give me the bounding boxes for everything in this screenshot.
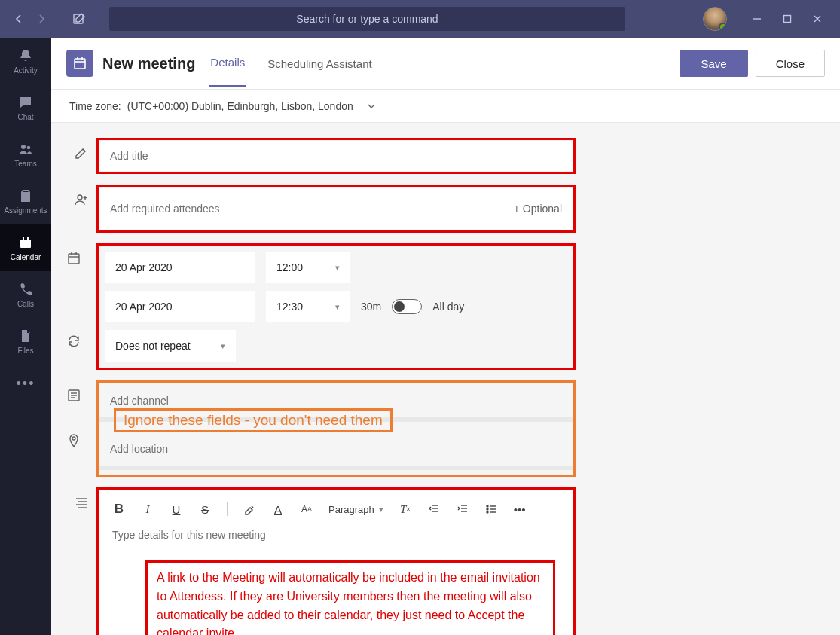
file-icon [18, 328, 33, 343]
teams-icon [18, 142, 33, 157]
bullet-list-button[interactable] [484, 503, 498, 515]
rail-item-files[interactable]: Files [0, 318, 51, 365]
rail-label: Files [17, 347, 33, 355]
rail-label: Chat [17, 113, 33, 121]
rail-label: Activity [14, 66, 38, 75]
chevron-down-icon: ▾ [221, 341, 225, 351]
svg-rect-14 [69, 254, 79, 264]
end-time-field[interactable]: 12:30 ▾ [266, 291, 350, 322]
presence-indicator-icon [719, 23, 727, 31]
assignments-icon [18, 188, 33, 203]
rail-item-teams[interactable]: Teams [0, 131, 51, 178]
end-date-field[interactable]: 20 Apr 2020 [105, 291, 255, 322]
more-format-button[interactable]: ••• [513, 503, 527, 516]
title-bar [0, 0, 840, 38]
page-header: New meeting Details Scheduling Assistant… [51, 38, 840, 90]
location-icon [66, 433, 96, 448]
svg-point-35 [487, 511, 488, 513]
details-placeholder: Type details for this new meeting [109, 527, 563, 542]
chat-icon [18, 95, 33, 110]
search-wrap [109, 7, 625, 31]
calendar-badge-icon [66, 50, 93, 77]
rail-label: Teams [14, 160, 36, 168]
svg-rect-9 [75, 59, 85, 69]
svg-rect-6 [20, 238, 31, 240]
repeat-dropdown[interactable]: Does not repeat ▾ [105, 330, 236, 362]
rail-label: Assignments [4, 206, 47, 215]
font-size-button[interactable]: AA [300, 504, 313, 514]
close-button[interactable]: Close [756, 50, 825, 77]
tab-details[interactable]: Details [209, 39, 246, 87]
svg-point-3 [21, 145, 26, 149]
repeat-icon [66, 334, 96, 349]
svg-point-22 [72, 437, 75, 440]
svg-point-13 [78, 195, 82, 200]
window-minimize-button[interactable] [742, 4, 772, 34]
details-editor[interactable]: B I U S A AA Paragraph ▾ T× [96, 487, 576, 635]
bold-button[interactable]: B [112, 502, 126, 517]
font-color-button[interactable]: A [271, 503, 285, 516]
rail-item-calendar[interactable]: Calendar [0, 224, 51, 271]
title-input[interactable] [99, 141, 573, 171]
allday-toggle[interactable] [392, 299, 422, 314]
rail-item-chat[interactable]: Chat [0, 84, 51, 131]
chevron-down-icon: ▾ [335, 302, 340, 312]
timezone-label: Time zone: [69, 100, 121, 112]
rich-text-toolbar: B I U S A AA Paragraph ▾ T× [109, 497, 563, 527]
chevron-down-icon: ▾ [379, 505, 383, 514]
svg-point-34 [487, 508, 488, 510]
italic-button[interactable]: I [141, 503, 154, 516]
annotation-link-note: A link to the Meeting will automatically… [145, 560, 555, 635]
rail-item-calls[interactable]: Calls [0, 271, 51, 318]
underline-button[interactable]: U [170, 503, 183, 516]
main-area: New meeting Details Scheduling Assistant… [51, 38, 840, 635]
rail-item-activity[interactable]: Activity [0, 38, 51, 84]
allday-label: All day [432, 301, 464, 313]
svg-point-33 [487, 505, 488, 507]
location-input[interactable]: Add location [99, 434, 573, 464]
window-maximize-button[interactable] [772, 4, 802, 34]
rail-item-assignments[interactable]: Assignments [0, 178, 51, 224]
clear-format-button[interactable]: T× [399, 503, 412, 516]
details-icon [66, 487, 96, 510]
left-rail: Activity Chat Teams Assignments Calendar… [0, 38, 51, 635]
paragraph-dropdown[interactable]: Paragraph ▾ [328, 504, 383, 515]
chevron-down-icon [367, 102, 376, 111]
timezone-value: (UTC+00:00) Dublin, Edinburgh, Lisbon, L… [127, 100, 353, 112]
rail-more-button[interactable]: ••• [0, 365, 51, 402]
calendar-icon [18, 235, 33, 250]
indent-button[interactable] [456, 503, 469, 515]
add-optional-button[interactable]: + Optional [514, 203, 562, 215]
compose-icon[interactable] [68, 8, 90, 30]
nav-forward-button[interactable] [30, 8, 53, 30]
chevron-down-icon: ▾ [335, 263, 340, 273]
strike-button[interactable]: S [198, 503, 212, 516]
add-people-icon [66, 185, 96, 207]
form-area: + Optional 20 Apr 2020 12:00 ▾ [51, 123, 840, 635]
annotation-ignore: Ignore these fields - you don't need the… [114, 408, 393, 432]
bell-icon [18, 48, 33, 63]
tab-scheduling-assistant[interactable]: Scheduling Assistant [266, 41, 373, 87]
nav-back-button[interactable] [8, 8, 30, 30]
page-title: New meeting [102, 55, 195, 72]
start-time-field[interactable]: 12:00 ▾ [266, 252, 350, 283]
search-input[interactable] [109, 7, 625, 31]
phone-icon [18, 282, 33, 297]
svg-rect-2 [784, 16, 791, 23]
attendees-input[interactable] [110, 203, 514, 215]
channel-icon [66, 388, 96, 403]
duration-label: 30m [361, 301, 381, 313]
rail-label: Calendar [11, 253, 41, 261]
pencil-icon [66, 138, 96, 160]
timezone-dropdown[interactable]: Time zone: (UTC+00:00) Dublin, Edinburgh… [51, 90, 840, 123]
rail-label: Calls [17, 300, 34, 308]
outdent-button[interactable] [427, 503, 441, 515]
start-date-field[interactable]: 20 Apr 2020 [105, 252, 255, 283]
svg-point-4 [27, 145, 31, 149]
highlight-button[interactable] [243, 503, 256, 515]
calendar-small-icon [66, 251, 96, 266]
avatar[interactable] [703, 7, 727, 31]
window-close-button[interactable] [802, 4, 832, 34]
save-button[interactable]: Save [680, 50, 747, 77]
